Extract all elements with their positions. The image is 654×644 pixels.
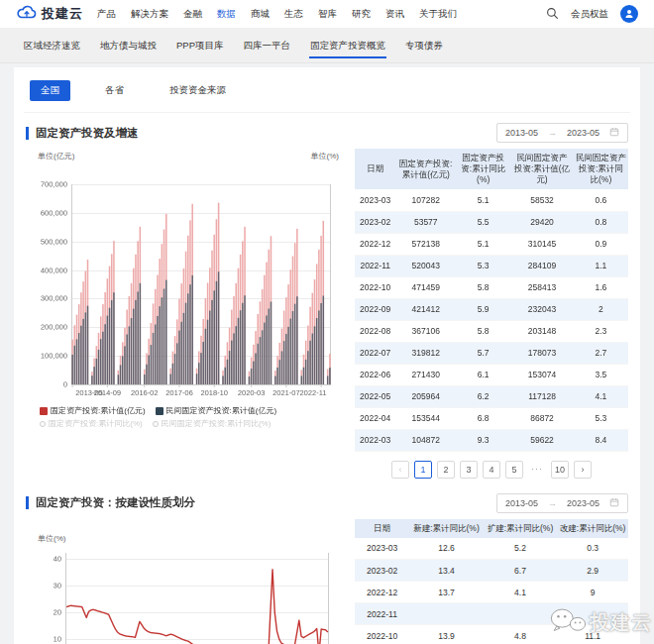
table-cell: 2022-11	[355, 255, 395, 276]
nav-item-智库[interactable]: 智库	[318, 8, 337, 21]
table-cell: 58532	[510, 189, 573, 211]
table-pagination: ‹12345···10›	[355, 461, 628, 479]
calendar-icon	[609, 127, 619, 139]
pagination-page-2[interactable]: 2	[437, 461, 455, 479]
subnav-item-区域经济速览[interactable]: 区域经济速览	[14, 40, 90, 62]
table-cell: 13.9	[409, 625, 484, 644]
table-cell: 153544	[395, 407, 456, 429]
table-cell: 2022-09	[355, 298, 395, 320]
nav-item-数据[interactable]: 数据	[217, 8, 236, 21]
pagination-page-3[interactable]: 3	[460, 461, 478, 479]
range-end[interactable]: 2023-05	[567, 498, 600, 508]
table-cell: 1.6	[574, 276, 628, 298]
subnav-item-PPP项目库[interactable]: PPP项目库	[166, 40, 234, 62]
secondary-nav: 区域经济速览地方债与城投PPP项目库四库一平台固定资产投资概览专项债券	[0, 28, 654, 63]
legend-label: 固定资产投资:累计值(亿元)	[51, 406, 146, 416]
pagination-prev-button[interactable]: ‹	[391, 461, 409, 479]
fai-data-table-panel: 日期固定资产投资:累计值(亿元)固定资产投资:累计同比(%)民间固定资产投资:累…	[355, 149, 628, 483]
bar-chart-canvas[interactable]	[26, 162, 345, 404]
section2-title: 固定资产投资：按建设性质划分	[26, 496, 195, 509]
table-cell: 29420	[510, 211, 573, 233]
table-cell: 5.8	[456, 276, 510, 298]
table-cell: 13.7	[409, 582, 484, 603]
section2-date-range-picker[interactable]: 2013-05 → 2023-05	[496, 493, 628, 513]
subnav-item-四库一平台[interactable]: 四库一平台	[234, 40, 301, 62]
search-icon[interactable]	[546, 7, 559, 22]
nav-item-金融[interactable]: 金融	[183, 8, 202, 21]
table-cell: 319812	[395, 342, 456, 364]
column-header: 民间固定资产投资:累计同比(%)	[574, 149, 628, 189]
legend-item[interactable]: 固定资产投资:累计同比(%)	[40, 419, 143, 429]
legend-item[interactable]: 民间固定资产投资:累计同比(%)	[153, 419, 272, 429]
pagination-page-4[interactable]: 4	[483, 461, 500, 479]
table-cell: 5.3	[456, 255, 510, 276]
nav-item-解决方案[interactable]: 解决方案	[131, 8, 168, 21]
nav-item-生态[interactable]: 生态	[284, 8, 303, 21]
nav-item-资讯[interactable]: 资讯	[385, 8, 404, 21]
legend-item[interactable]: 固定资产投资:累计值(亿元)	[40, 406, 146, 416]
table-row: 2022-041535446.8868725.3	[355, 407, 628, 429]
table-cell: 0.9	[574, 233, 628, 255]
table-cell	[557, 603, 628, 625]
cloud-logo-icon	[16, 3, 38, 25]
nav-item-关于我们[interactable]: 关于我们	[419, 8, 457, 21]
construction-table-panel: 日期新建:累计同比(%)扩建:累计同比(%)改建:累计同比(%)2023-031…	[355, 519, 628, 644]
nav-item-研究[interactable]: 研究	[352, 8, 371, 21]
range-arrow: →	[548, 128, 557, 138]
column-header: 新建:累计同比(%)	[409, 519, 484, 538]
pagination-page-1[interactable]: 1	[414, 461, 432, 479]
table-cell: 2022-04	[355, 407, 395, 429]
range-start[interactable]: 2013-05	[505, 128, 538, 138]
user-avatar[interactable]	[620, 5, 638, 23]
pagination-next-button[interactable]: ›	[574, 461, 592, 479]
line-chart-canvas[interactable]	[26, 545, 345, 644]
range-start[interactable]: 2013-05	[505, 498, 538, 508]
table-cell: 59622	[510, 429, 573, 451]
range-end[interactable]: 2023-05	[567, 128, 600, 138]
table-cell: 5.3	[574, 407, 628, 429]
table-row: 2022-094214125.92320432	[355, 298, 628, 320]
table-cell: 5.2	[484, 538, 558, 560]
nav-item-产品[interactable]: 产品	[97, 8, 116, 21]
brand-logo[interactable]: 投建云	[16, 3, 83, 25]
table-row: 2022-125721385.13101450.9	[355, 233, 628, 255]
unit-left-label: 单位(亿元)	[38, 151, 74, 161]
legend-item[interactable]: 民间固定资产投资:累计值(亿元)	[156, 406, 277, 416]
pagination-page-10[interactable]: 10	[551, 461, 569, 479]
section1-date-range-picker[interactable]: 2013-05 → 2023-05	[496, 123, 628, 143]
table-row: 2022-073198125.71780732.7	[355, 342, 628, 364]
content-card: 全国各省投资资金来源 固定资产投资及增速 2013-05 → 2023-05 单…	[14, 67, 640, 644]
unit-right-label: 单位(%)	[311, 151, 339, 161]
pagination-page-5[interactable]: 5	[505, 461, 523, 479]
subnav-item-专项债券[interactable]: 专项债券	[395, 40, 453, 62]
table-cell: 6.7	[484, 560, 558, 582]
filter-tab-全国[interactable]: 全国	[30, 80, 70, 101]
table-row: 2022-1213.74.19	[355, 582, 628, 603]
filter-tab-投资资金来源[interactable]: 投资资金来源	[159, 80, 237, 101]
table-cell: 86872	[510, 407, 573, 429]
table-cell: 2022-08	[355, 320, 395, 342]
table-cell: 2022-05	[355, 385, 395, 407]
table-cell: 2022-03	[355, 429, 395, 451]
table-row: 2022-104714595.82584131.6	[355, 276, 628, 298]
filter-tab-各省[interactable]: 各省	[94, 80, 135, 101]
table-cell: 2023-02	[355, 211, 395, 233]
table-cell: 5.9	[456, 298, 510, 320]
table-cell: 2.3	[574, 320, 628, 342]
subnav-item-地方债与城投[interactable]: 地方债与城投	[90, 40, 166, 62]
table-cell: 2	[574, 298, 628, 320]
column-header: 日期	[355, 149, 395, 189]
person-icon	[623, 8, 635, 20]
table-row: 2023-031072825.1585320.6	[355, 189, 628, 211]
table-cell: 9	[557, 582, 628, 603]
table-cell: 5.5	[456, 211, 510, 233]
member-benefits-link[interactable]: 会员权益	[571, 8, 608, 21]
fai-data-table: 日期固定资产投资:累计值(亿元)固定资产投资:累计同比(%)民间固定资产投资:累…	[355, 149, 628, 452]
table-cell: 2022-11	[355, 603, 409, 625]
table-row: 2023-02535775.5294200.8	[355, 211, 628, 233]
nav-item-商城[interactable]: 商城	[251, 8, 270, 21]
range-arrow: →	[548, 498, 557, 508]
table-cell: 1.1	[574, 255, 628, 276]
subnav-item-固定资产投资概览[interactable]: 固定资产投资概览	[300, 40, 395, 62]
table-row: 2023-0213.46.72.9	[355, 560, 628, 582]
